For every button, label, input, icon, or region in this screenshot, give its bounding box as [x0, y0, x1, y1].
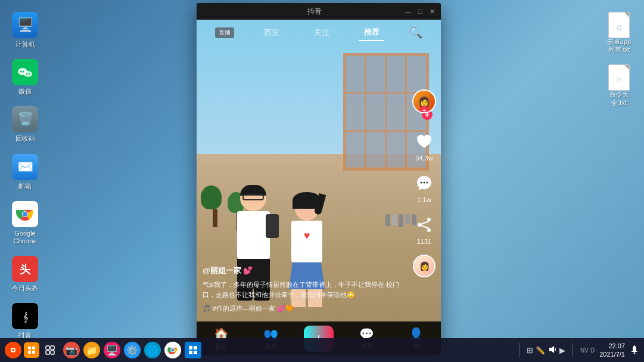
recycle-label: 回收站: [15, 135, 35, 143]
desktop-icon-file2[interactable]: 📄 命令大全.txt: [600, 64, 638, 106]
svg-point-24: [12, 349, 14, 351]
svg-point-1: [20, 71, 22, 73]
nav-live-badge[interactable]: 直播: [215, 27, 234, 38]
nav-xian[interactable]: 西安: [259, 25, 284, 41]
desktop-icons-right: 📄 安卓app列表.txt 📄 命令大全.txt: [600, 12, 638, 107]
taskbar-right: ⊞ ✏️ ▶ NV D 22:07: [517, 342, 639, 359]
notification-icon[interactable]: [630, 345, 639, 356]
taskbar-grid-right[interactable]: ⊞: [527, 346, 533, 355]
titlebar-controls: — □ ✕: [404, 7, 436, 16]
tiktok-info: @丽姐一家 💕 气si我了，多年的母子情居然败在了背带裤上，牛子不让我停在 校门…: [203, 265, 405, 313]
desktop-icon-file1[interactable]: 📄 安卓app列表.txt: [600, 12, 638, 54]
svg-point-16: [427, 182, 428, 184]
desktop-icon-computer[interactable]: 🖥️ 计算机: [6, 12, 44, 48]
svg-text:头: 头: [19, 264, 31, 276]
tray-text: NV: [580, 347, 589, 354]
minimize-button[interactable]: —: [404, 7, 412, 16]
taskbar-windows[interactable]: [185, 342, 201, 358]
comment-button[interactable]: [412, 171, 436, 195]
nav-recommend[interactable]: 推荐: [359, 24, 384, 41]
close-button[interactable]: ✕: [428, 7, 436, 16]
taskbar-sys-icons: ⊞ ✏️ ▶: [527, 345, 565, 356]
video-description: 气si我了，多年的母子情居然败在了背带裤上，牛子不让我停在 校门口，走路也不让我…: [203, 280, 405, 301]
svg-rect-27: [28, 351, 31, 354]
file1-label: 安卓app列表.txt: [607, 38, 631, 54]
taskbar-arrow-icon[interactable]: ▶: [559, 346, 565, 355]
taskbar: 📷 📁 🖥️ ⚙️ 🌐: [0, 338, 644, 362]
svg-point-14: [421, 182, 422, 184]
toutiao-label: 今日头条: [12, 284, 38, 292]
desktop-icon-mail[interactable]: ✉️ 邮箱: [6, 154, 44, 190]
action-avatar-item[interactable]: 👩 +: [412, 89, 436, 120]
svg-rect-26: [32, 346, 35, 349]
toutiao-icon: 头: [12, 256, 38, 282]
apps-grid-button[interactable]: [24, 342, 39, 358]
computer-icon: 🖥️: [12, 12, 38, 38]
desktop-icon-wechat[interactable]: 微信: [6, 59, 44, 95]
douyin-icon: 𝄞: [12, 303, 38, 329]
creator-avatar[interactable]: 👩: [412, 89, 436, 113]
video-music: 🎵 #作的原声—丽姐一家 💕🧡: [203, 304, 405, 313]
action-like-item[interactable]: 34.3w: [412, 129, 436, 162]
svg-point-9: [23, 212, 27, 216]
taskbar-pen-icon[interactable]: ✏️: [536, 346, 545, 355]
svg-point-2: [23, 71, 24, 73]
nav-follow[interactable]: 关注: [309, 25, 334, 41]
recycle-icon: 🗑️: [12, 106, 38, 132]
svg-rect-32: [51, 351, 54, 354]
comment-count: 1.1w: [417, 196, 431, 203]
desktop-icon-recycle[interactable]: 🗑️ 回收站: [6, 106, 44, 143]
desktop: CSDN 🖥️ 计算机 微信 🗑️ 回收站: [0, 0, 644, 362]
taskbar-chrome[interactable]: [164, 342, 181, 358]
svg-rect-36: [189, 346, 192, 349]
like-button[interactable]: [412, 129, 436, 153]
svg-point-35: [172, 349, 175, 352]
tiktok-content: ♥ 直播 西安 关注 推荐 🔍: [197, 20, 441, 355]
taskbar-left: [5, 342, 58, 358]
tiktok-app-window: 抖音 — □ ✕: [197, 3, 441, 355]
clock-date: 2021/7/1: [599, 350, 625, 358]
taskbar-folder[interactable]: 📁: [83, 342, 100, 358]
svg-point-15: [424, 182, 425, 184]
svg-rect-31: [46, 351, 49, 354]
desktop-icon-toutiao[interactable]: 头 今日头条: [6, 256, 44, 292]
svg-rect-38: [189, 351, 192, 354]
taskbar-middle: 📷 📁 🖥️ ⚙️ 🌐: [63, 342, 201, 358]
desktop-icon-chrome[interactable]: GoogleChrome: [6, 201, 44, 245]
taskbar-volume-icon[interactable]: [547, 345, 557, 356]
nav-search-icon[interactable]: 🔍: [409, 26, 422, 39]
action-avatar2-item[interactable]: 👩: [413, 255, 435, 277]
taskbar-browser[interactable]: 🌐: [144, 342, 161, 358]
taskbar-grid-icon[interactable]: [42, 342, 58, 358]
svg-point-5: [29, 73, 30, 75]
svg-rect-37: [194, 346, 197, 349]
svg-rect-25: [28, 346, 31, 349]
svg-line-20: [419, 221, 429, 225]
tree-left: [209, 185, 222, 227]
wechat-label: 微信: [18, 88, 32, 95]
svg-rect-30: [51, 346, 54, 349]
file2-label: 命令大全.txt: [609, 91, 629, 106]
maximize-button[interactable]: □: [416, 7, 424, 16]
share-button[interactable]: [412, 213, 436, 237]
tray-text2: D: [590, 347, 595, 354]
taskbar-settings[interactable]: ⚙️: [124, 342, 141, 358]
svg-point-41: [634, 352, 636, 354]
taskbar-camera[interactable]: 📷: [63, 342, 80, 358]
mail-label: 邮箱: [18, 182, 32, 190]
clock-time: 22:07: [599, 342, 625, 350]
video-author: @丽姐一家 💕: [203, 265, 405, 276]
desktop-icon-douyin[interactable]: 𝄞 抖音: [6, 303, 44, 339]
svg-marker-40: [549, 346, 554, 353]
start-button[interactable]: [5, 342, 21, 358]
computer-label: 计算机: [15, 41, 35, 48]
avatar2[interactable]: 👩: [413, 255, 435, 277]
desktop-icons-left: 🖥️ 计算机 微信 🗑️ 回收站 ✉️ 邮箱: [6, 12, 44, 340]
tray-area: NV D: [580, 347, 595, 354]
action-share-item[interactable]: 1131: [412, 213, 436, 245]
svg-text:𝄞: 𝄞: [23, 311, 28, 323]
svg-line-21: [419, 225, 429, 228]
taskbar-terminal[interactable]: 🖥️: [104, 342, 120, 358]
wechat-icon: [12, 59, 38, 85]
action-comment-item[interactable]: 1.1w: [412, 171, 436, 203]
